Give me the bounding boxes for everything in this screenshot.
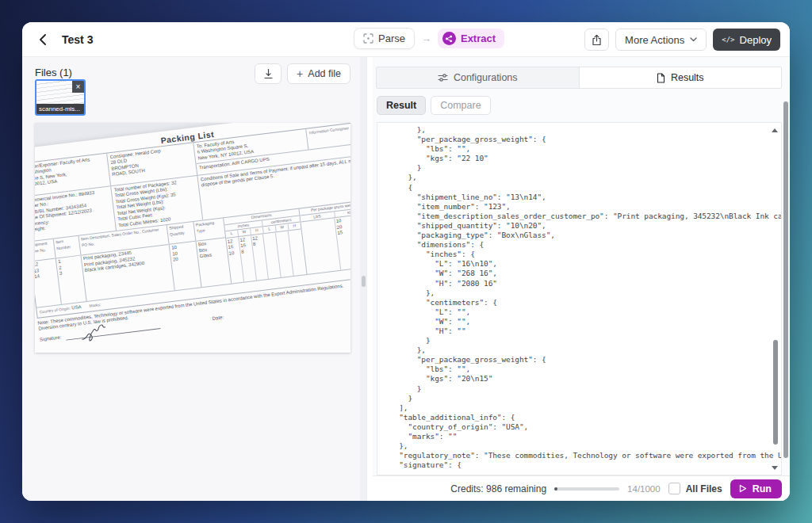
results-panel: Configurations Results Result Compare },…: [373, 57, 790, 501]
scroll-up-arrow[interactable]: [772, 128, 778, 132]
usage-count: 14/1000: [627, 484, 661, 494]
top-right-actions: More Actions </> Deploy: [584, 29, 780, 51]
json-result-viewer[interactable]: }, "per_package_gross_weight": { "lbs": …: [377, 122, 782, 475]
all-files-label: All Files: [686, 483, 722, 494]
scan-icon: [363, 33, 373, 44]
more-actions-label: More Actions: [625, 34, 684, 46]
chevron-left-icon: [39, 34, 47, 45]
deploy-button[interactable]: </> Deploy: [713, 29, 780, 51]
sliders-icon: [438, 73, 448, 82]
json-result-code: }, "per_package_gross_weight": { "lbs": …: [377, 122, 781, 475]
view-toggle-row: Result Compare: [377, 96, 782, 115]
credits-label: Credits: 986 remaining: [450, 483, 546, 494]
scan-origin-label: Country of Origin:: [39, 306, 71, 315]
play-icon: [739, 484, 747, 493]
tab-configurations-label: Configurations: [454, 72, 518, 83]
usage-progress-fill: [554, 487, 557, 491]
files-header: Files (1): [35, 67, 72, 78]
document-icon: [657, 73, 665, 83]
add-file-label: Add file: [308, 68, 341, 79]
plus-icon: +: [297, 67, 303, 80]
chevron-down-icon: [690, 37, 697, 42]
flow-arrow-icon: →: [421, 32, 431, 44]
parse-label: Parse: [378, 32, 405, 44]
files-panel: Files (1) + Add file × scanned-mis... Pa…: [22, 57, 360, 501]
code-icon: </>: [722, 36, 734, 44]
results-tabbar: Configurations Results: [376, 67, 782, 89]
parse-step-button[interactable]: Parse: [354, 28, 415, 49]
extract-label: Extract: [461, 32, 496, 44]
all-files-checkbox[interactable]: [668, 483, 680, 494]
panel-divider[interactable]: [360, 57, 373, 501]
download-icon: [263, 68, 274, 79]
add-file-button[interactable]: + Add file: [287, 63, 350, 84]
tab-configurations[interactable]: Configurations: [377, 67, 579, 88]
scan-origin-value: USA: [71, 304, 82, 310]
scan-row-qty: 10 10 20: [170, 242, 201, 291]
content-area: Files (1) + Add file × scanned-mis... Pa…: [22, 57, 790, 501]
more-actions-button[interactable]: More Actions: [615, 29, 707, 51]
share-button[interactable]: [584, 29, 609, 51]
files-actions: + Add file: [255, 63, 350, 84]
pipeline-flow: Parse → Extract: [354, 28, 504, 49]
back-button[interactable]: [32, 29, 54, 51]
code-scrollbar-thumb[interactable]: [773, 340, 778, 445]
page-scrollbar-thumb[interactable]: [783, 101, 788, 458]
scan-row-pack: Box Box Glass: [196, 238, 231, 287]
deploy-label: Deploy: [740, 34, 772, 46]
scanned-page: Packing List Shipper/Exporter: Faculty o…: [35, 123, 350, 353]
tab-results-label: Results: [671, 72, 704, 83]
download-button[interactable]: [255, 63, 282, 84]
run-button[interactable]: Run: [730, 479, 782, 498]
scan-marks-label: Marks:: [89, 302, 102, 309]
extract-nodes-icon: [442, 32, 456, 45]
file-thumbnail[interactable]: × scanned-mis...: [35, 79, 86, 116]
divider-grip-handle[interactable]: [362, 276, 366, 287]
run-label: Run: [753, 483, 772, 494]
top-bar: Test 3 Parse → Extract: [22, 22, 790, 57]
scan-date-label: Date:: [212, 315, 224, 322]
tab-results[interactable]: Results: [579, 67, 782, 88]
scan-col-item: Item Number: [54, 236, 81, 259]
compare-view-button[interactable]: Compare: [431, 96, 490, 115]
upload-share-icon: [592, 34, 602, 46]
scroll-down-arrow[interactable]: [772, 466, 778, 470]
page-title: Test 3: [62, 33, 93, 46]
footer-bar: Credits: 986 remaining 14/1000 All Files…: [373, 475, 790, 501]
document-preview[interactable]: Packing List Shipper/Exporter: Faculty o…: [35, 123, 350, 353]
extract-step-button[interactable]: Extract: [438, 29, 504, 48]
result-view-button[interactable]: Result: [377, 96, 426, 115]
remove-file-button[interactable]: ×: [72, 81, 84, 93]
scan-signature-label: Signature:: [40, 334, 62, 343]
file-name-label: scanned-mis...: [36, 104, 84, 114]
app-window: Test 3 Parse → Extract: [22, 22, 790, 501]
usage-progress-bar: [554, 487, 619, 491]
